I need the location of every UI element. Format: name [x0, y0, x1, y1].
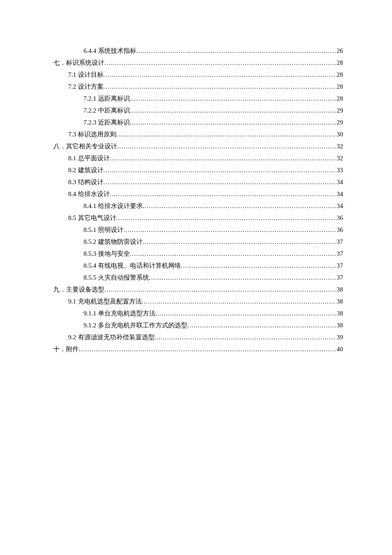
toc-entry-page: 34 — [336, 191, 343, 198]
toc-entry[interactable]: 8.4 给排水设计34 — [53, 190, 343, 198]
toc-entry[interactable]: 7.2 设计方案28 — [53, 83, 343, 91]
toc-entry-page: 26 — [336, 47, 343, 55]
toc-entry-leader — [130, 119, 336, 126]
toc-entry-page: 37 — [336, 238, 343, 246]
toc-entry-page: 32 — [336, 143, 343, 150]
toc-entry-leader — [143, 239, 336, 246]
toc-entry-page: 36 — [336, 226, 343, 234]
toc-entry[interactable]: 7.2.2 中距离标识29 — [53, 107, 343, 115]
toc-entry[interactable]: 8.2 建筑设计33 — [53, 166, 343, 174]
toc-entry-label: 九．主要设备选型 — [53, 286, 104, 294]
toc-entry-label: 7.2.2 中距离标识 — [84, 107, 130, 115]
toc-entry-label: 9.1.2 多台充电机并联工作方式的选型 — [84, 321, 187, 330]
toc-entry-page: 28 — [336, 83, 343, 90]
toc-entry-leader — [124, 227, 336, 234]
toc-entry[interactable]: 9.1.1 单台充电机选型方法38 — [53, 309, 343, 318]
toc-entry-leader — [110, 191, 336, 198]
toc-entry-page: 40 — [336, 346, 343, 353]
toc-entry-page: 37 — [336, 250, 343, 257]
toc-entry-leader — [79, 346, 336, 353]
toc-entry-page: 34 — [336, 202, 343, 210]
toc-entry[interactable]: 9.1.2 多台充电机并联工作方式的选型38 — [53, 321, 343, 330]
toc-entry[interactable]: 6.4.4 系统技术指标26 — [53, 47, 343, 55]
toc-entry-label: 八．其它相关专业设计 — [53, 142, 117, 150]
toc-entry-label: 7.3 标识选用原则 — [68, 130, 116, 139]
toc-entry-label: 9.1.1 单台充电机选型方法 — [84, 309, 156, 318]
toc-entry-page: 36 — [336, 214, 343, 222]
toc-entry-leader — [117, 143, 336, 150]
toc-entry-leader — [116, 131, 336, 138]
toc-entry-page: 28 — [336, 71, 343, 78]
toc-entry-label: 8.1 总平面设计 — [68, 154, 110, 162]
toc-entry-leader — [104, 72, 336, 78]
toc-entry-label: 7.2 设计方案 — [68, 83, 104, 91]
toc-entry-page: 29 — [336, 107, 343, 114]
toc-entry-leader — [136, 48, 336, 55]
toc-entry[interactable]: 7.2.3 近距离标识29 — [53, 119, 343, 127]
toc-entry-page: 38 — [336, 322, 343, 329]
toc-entry-label: 6.4.4 系统技术指标 — [84, 47, 136, 55]
toc-entry[interactable]: 7.1 设计目标28 — [53, 71, 343, 79]
toc-entry[interactable]: 8.5.5 火灾自动报警系统37 — [53, 274, 343, 282]
toc-entry-label: 9.2 有源滤波无功补偿装置选型 — [68, 333, 155, 341]
toc-entry[interactable]: 8.5 其它电气设计36 — [53, 214, 343, 222]
toc-entry-label: 8.4.1 给排水设计要求 — [84, 202, 143, 210]
toc-entry-label: 8.5.4 有线电视、电话和计算机网络 — [84, 262, 181, 270]
toc-entry-leader — [181, 263, 336, 269]
toc-entry-leader — [104, 167, 336, 174]
toc-entry-page: 28 — [336, 59, 343, 66]
toc-entry-leader — [187, 322, 336, 329]
table-of-contents: 6.4.4 系统技术指标26七．标识系统设计287.1 设计目标287.2 设计… — [53, 47, 343, 353]
toc-entry-label: 8.5.1 照明设计 — [84, 226, 124, 234]
toc-entry[interactable]: 9.2 有源滤波无功补偿装置选型39 — [53, 333, 343, 341]
toc-entry-label: 8.2 建筑设计 — [68, 166, 104, 174]
toc-entry-page: 37 — [336, 274, 343, 281]
toc-entry[interactable]: 十．附件40 — [53, 345, 343, 353]
toc-entry-label: 7.1 设计目标 — [68, 71, 104, 79]
toc-entry-leader — [130, 251, 336, 257]
toc-entry[interactable]: 8.5.3 接地与安全37 — [53, 250, 343, 258]
toc-entry[interactable]: 8.1 总平面设计32 — [53, 154, 343, 162]
toc-entry-leader — [130, 95, 336, 102]
toc-entry-page: 37 — [336, 262, 343, 269]
toc-entry-leader — [104, 84, 336, 90]
toc-entry-leader — [143, 203, 336, 210]
toc-entry-leader — [104, 179, 336, 186]
toc-entry-page: 38 — [336, 298, 343, 305]
toc-entry[interactable]: 七．标识系统设计28 — [53, 59, 343, 67]
toc-entry-leader — [130, 107, 336, 114]
toc-entry[interactable]: 8.5.1 照明设计36 — [53, 226, 343, 234]
toc-entry-leader — [110, 155, 336, 162]
toc-entry[interactable]: 9.1 充电机选型及配置方法38 — [53, 298, 343, 306]
toc-entry-page: 30 — [336, 131, 343, 138]
toc-entry-page: 34 — [336, 179, 343, 186]
toc-entry-leader — [104, 60, 336, 66]
toc-entry-label: 9.1 充电机选型及配置方法 — [68, 298, 142, 306]
toc-entry[interactable]: 8.3 结构设计34 — [53, 178, 343, 186]
toc-entry-label: 8.3 结构设计 — [68, 178, 104, 186]
toc-entry-page: 39 — [336, 334, 343, 341]
toc-entry[interactable]: 九．主要设备选型38 — [53, 286, 343, 294]
toc-entry-label: 8.5.2 建筑物防雷设计 — [84, 238, 143, 246]
toc-entry-leader — [155, 334, 336, 341]
toc-entry[interactable]: 8.5.2 建筑物防雷设计37 — [53, 238, 343, 246]
toc-entry[interactable]: 7.3 标识选用原则30 — [53, 130, 343, 139]
toc-entry-label: 8.5 其它电气设计 — [68, 214, 116, 222]
toc-entry-page: 38 — [336, 310, 343, 317]
toc-entry-label: 8.5.5 火灾自动报警系统 — [84, 274, 149, 282]
toc-entry[interactable]: 7.2.1 远距离标识28 — [53, 95, 343, 103]
toc-entry-label: 8.4 给排水设计 — [68, 190, 110, 198]
toc-entry[interactable]: 8.4.1 给排水设计要求34 — [53, 202, 343, 210]
toc-entry-page: 28 — [336, 95, 343, 102]
toc-entry[interactable]: 八．其它相关专业设计32 — [53, 142, 343, 150]
toc-entry-leader — [116, 215, 336, 222]
toc-entry-label: 7.2.1 远距离标识 — [84, 95, 130, 103]
toc-entry-label: 8.5.3 接地与安全 — [84, 250, 130, 258]
toc-entry[interactable]: 8.5.4 有线电视、电话和计算机网络37 — [53, 262, 343, 270]
toc-entry-label: 7.2.3 近距离标识 — [84, 119, 130, 127]
toc-entry-label: 十．附件 — [53, 345, 79, 353]
toc-entry-page: 29 — [336, 119, 343, 126]
toc-entry-leader — [142, 298, 336, 305]
toc-entry-page: 32 — [336, 155, 343, 162]
toc-entry-page: 38 — [336, 286, 343, 293]
